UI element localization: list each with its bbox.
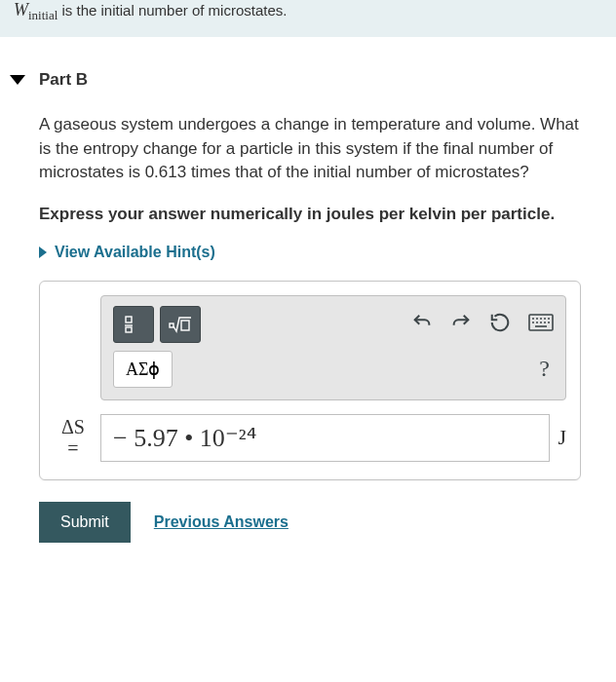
fraction-tool-button[interactable] <box>113 306 154 343</box>
part-title: Part B <box>39 70 88 90</box>
redo-icon[interactable] <box>450 312 472 336</box>
answer-lhs: ΔS = <box>54 416 93 459</box>
instruction-text: Express your answer numerically in joule… <box>39 203 581 226</box>
root-tool-button[interactable] <box>160 306 201 343</box>
delta-s-symbol: ΔS <box>54 416 93 437</box>
submit-button[interactable]: Submit <box>39 502 131 543</box>
equation-toolbar: ΑΣϕ ? <box>100 295 566 400</box>
w-variable: W <box>14 0 28 19</box>
svg-rect-3 <box>170 323 173 327</box>
caret-right-icon <box>39 246 47 258</box>
answer-box: ΑΣϕ ? ΔS = − 5.97 • 10⁻²⁴ J <box>39 281 581 480</box>
keyboard-icon[interactable] <box>528 314 554 334</box>
part-header[interactable]: Part B <box>0 64 616 107</box>
equals-symbol: = <box>54 437 93 459</box>
view-hints-toggle[interactable]: View Available Hint(s) <box>39 244 581 261</box>
w-subscript: initial <box>28 8 58 22</box>
banner-text: is the initial number of microstates. <box>58 2 287 19</box>
undo-icon[interactable] <box>411 312 433 336</box>
question-text: A gaseous system undergoes a change in t… <box>39 113 581 185</box>
svg-rect-4 <box>181 321 189 330</box>
context-banner: Winitial is the initial number of micros… <box>0 0 616 37</box>
svg-rect-0 <box>126 317 132 322</box>
answer-unit: J <box>558 425 566 450</box>
svg-rect-2 <box>126 327 132 332</box>
symbols-button[interactable]: ΑΣϕ <box>113 351 173 388</box>
hints-label: View Available Hint(s) <box>55 244 215 261</box>
caret-down-icon <box>10 75 25 85</box>
previous-answers-link[interactable]: Previous Answers <box>154 513 289 531</box>
reset-icon[interactable] <box>489 312 511 336</box>
help-icon[interactable]: ? <box>539 356 554 382</box>
answer-input[interactable]: − 5.97 • 10⁻²⁴ <box>100 414 550 462</box>
